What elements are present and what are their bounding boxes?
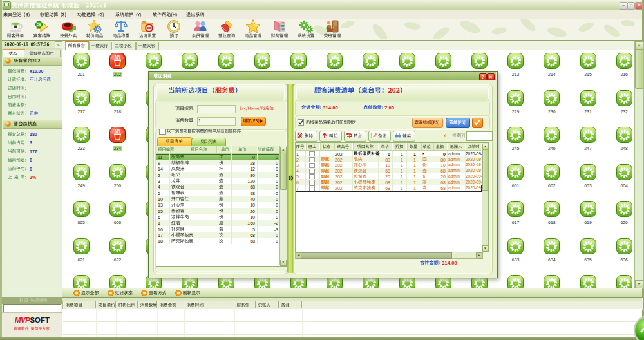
- svg-text:$: $: [37, 21, 41, 28]
